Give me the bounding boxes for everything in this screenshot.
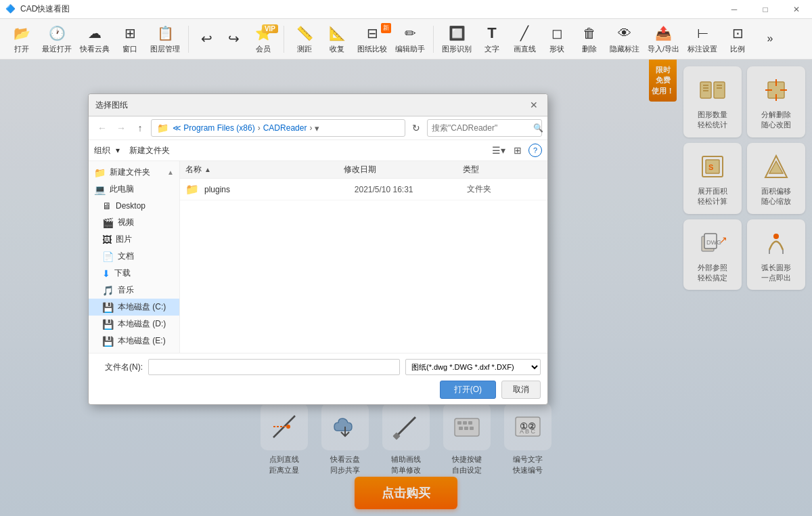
dialog-second-toolbar: 组织 ▾ 新建文件夹 ☰▾ ⊞ ?	[89, 140, 547, 161]
toolbar-cloud[interactable]: ☁ 快看云典	[76, 22, 114, 57]
table-row[interactable]: 📁 plugins 2021/5/10 16:31 文件夹	[180, 179, 547, 200]
search-input[interactable]	[432, 123, 533, 133]
col-header-name[interactable]: 名称 ▲	[185, 164, 344, 175]
delete-icon: 🗑	[580, 24, 599, 43]
nav-item-pictures[interactable]: 🖼 图片	[89, 231, 179, 248]
view-grid-button[interactable]: ⊞	[510, 143, 526, 158]
text-label: 文字	[484, 44, 499, 54]
toolbar-window[interactable]: ⊞ 窗口	[114, 22, 146, 57]
nav-item-label: 图片	[116, 234, 132, 245]
pictures-icon: 🖼	[102, 234, 112, 245]
nav-item-label: 本地磁盘 (E:)	[118, 335, 166, 347]
dialog-filelist: 名称 ▲ 修改日期 类型 📁 plugins 2021/5/10 16:31 文…	[180, 161, 547, 353]
toolbar-delete[interactable]: 🗑 删除	[573, 22, 606, 57]
hide-icon: 👁	[615, 24, 634, 43]
dialog-title: 选择图纸	[95, 100, 128, 111]
toolbar-import[interactable]: 📤 导入/导出	[644, 22, 683, 57]
toolbar-measure[interactable]: 📏 测距	[288, 22, 321, 57]
col-header-type[interactable]: 类型	[463, 164, 542, 175]
toolbar-group-nav: ↩ ↪ ⭐ VIP 会员	[190, 19, 282, 59]
toolbar-open[interactable]: 📂 打开	[5, 22, 38, 57]
music-icon: 🎵	[102, 285, 114, 296]
new-folder-button[interactable]: 新建文件夹	[125, 144, 174, 158]
nav-refresh-button[interactable]: ↻	[408, 120, 424, 136]
toolbar-undo[interactable]: ↩	[193, 22, 220, 57]
toolbar-line[interactable]: ╱ 画直线	[508, 22, 541, 57]
dialog-nav-toolbar: ← → ↑ 📁 ≪ Program Files (x86) › CADReade…	[89, 116, 547, 140]
import-icon: 📤	[654, 24, 673, 43]
nav-back-button[interactable]: ←	[94, 120, 110, 136]
delete-label: 删除	[582, 44, 597, 54]
nav-up-button[interactable]: ↑	[132, 120, 148, 136]
toolbar-restore[interactable]: 📐 收复	[321, 22, 353, 57]
filename-input[interactable]	[148, 359, 400, 375]
videos-icon: 🎬	[102, 217, 114, 228]
divider-1	[188, 26, 189, 53]
nav-item-videos[interactable]: 🎬 视频	[89, 214, 179, 231]
path-segment-2[interactable]: CADReader	[263, 123, 307, 133]
footer-buttons: 打开(O) 取消	[440, 381, 541, 399]
toolbar-compare[interactable]: 新 ⊟ 图纸比较	[353, 22, 391, 57]
toolbar-vip[interactable]: ⭐ VIP 会员	[247, 22, 279, 57]
title-bar: 🔷 CAD快速看图 ─ □ ✕	[0, 0, 812, 19]
nav-item-local-c[interactable]: 💾 本地磁盘 (C:)	[89, 299, 179, 316]
file-name: plugins	[204, 185, 355, 194]
nav-item-documents[interactable]: 📄 文档	[89, 248, 179, 265]
toolbar-recent[interactable]: 🕐 最近打开	[38, 22, 76, 57]
help-button[interactable]: ?	[528, 144, 542, 157]
cancel-button[interactable]: 取消	[501, 381, 541, 399]
toolbar-scale[interactable]: ⊡ 比例	[721, 22, 754, 57]
nav-item-desktop[interactable]: 🖥 Desktop	[89, 198, 179, 214]
app-title: CAD快速看图	[20, 3, 807, 15]
view-list-button[interactable]: ☰▾	[491, 143, 507, 158]
nav-item-local-e[interactable]: 💾 本地磁盘 (E:)	[89, 332, 179, 349]
nav-item-music[interactable]: 🎵 音乐	[89, 282, 179, 299]
toolbar-hide[interactable]: 👁 隐藏标注	[606, 22, 644, 57]
dialog-close-button[interactable]: ✕	[527, 98, 541, 112]
toolbar-layer[interactable]: 📋 图层管理	[146, 22, 184, 57]
local-d-icon: 💾	[102, 319, 114, 330]
path-dropdown-button[interactable]: ▾	[315, 123, 319, 133]
toolbar-more[interactable]: »	[757, 22, 784, 57]
main-area: CAM 限时免费使用！ 图形数量轻松统计	[0, 60, 812, 516]
nav-item-downloads[interactable]: ⬇ 下载	[89, 265, 179, 282]
measure-icon: 📏	[295, 24, 314, 43]
toolbar-geo[interactable]: 🔲 图形识别	[438, 22, 476, 57]
nav-item-this-pc[interactable]: 💻 此电脑	[89, 181, 179, 198]
file-dialog: 选择图纸 ✕ ← → ↑ 📁 ≪ Program Files (x86) › C…	[88, 93, 548, 405]
org-dropdown[interactable]: ▾	[116, 146, 120, 155]
filelist-header: 名称 ▲ 修改日期 类型	[180, 161, 547, 179]
this-pc-icon: 💻	[94, 184, 106, 195]
divider-3	[433, 26, 434, 53]
more-icon: »	[761, 29, 780, 48]
nav-item-new-folder[interactable]: 📁 新建文件夹 ▲	[89, 164, 179, 181]
line-label: 画直线	[514, 44, 536, 54]
text-icon: T	[482, 24, 501, 43]
nav-forward-button[interactable]: →	[113, 120, 129, 136]
toolbar-editor[interactable]: ✏ 编辑助手	[391, 22, 429, 57]
open-label: 打开	[14, 44, 29, 54]
dialog-nav: 📁 新建文件夹 ▲ 💻 此电脑 🖥 Desktop 🎬 视频	[89, 161, 180, 353]
col-name-label: 名称	[185, 164, 202, 175]
nav-item-label: 本地磁盘 (D:)	[118, 318, 166, 330]
minimize-button[interactable]: ─	[719, 0, 750, 19]
filetype-select[interactable]: 图纸(*.dwg *.DWG *.dxf *.DXF)	[405, 359, 541, 375]
toolbar-redo[interactable]: ↪	[220, 22, 247, 57]
toolbar-dim[interactable]: ⊢ 标注设置	[683, 22, 721, 57]
documents-icon: 📄	[102, 251, 114, 262]
geo-label: 图形识别	[442, 44, 472, 54]
nav-item-label: 下载	[114, 267, 131, 279]
toolbar-shape[interactable]: ◻ 形状	[541, 22, 573, 57]
close-button[interactable]: ✕	[781, 0, 812, 19]
path-segment-1[interactable]: ≪ Program Files (x86)	[173, 123, 255, 133]
redo-icon: ↪	[224, 29, 243, 48]
file-type: 文件夹	[467, 184, 542, 195]
recent-icon: 🕐	[47, 24, 66, 43]
col-header-date[interactable]: 修改日期	[344, 164, 463, 175]
nav-item-local-d[interactable]: 💾 本地磁盘 (D:)	[89, 316, 179, 332]
divider-2	[284, 26, 284, 53]
maximize-button[interactable]: □	[750, 0, 781, 19]
toolbar-text[interactable]: T 文字	[476, 22, 508, 57]
compare-icon: ⊟	[363, 24, 382, 43]
open-button[interactable]: 打开(O)	[440, 381, 496, 399]
